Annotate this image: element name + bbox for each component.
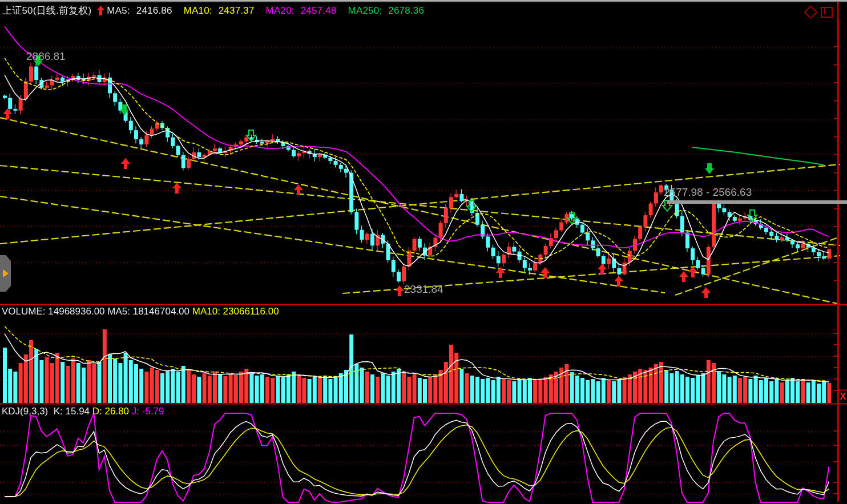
instrument-title[interactable]: 上证50(日线.前复权) (2, 5, 91, 16)
chart-canvas[interactable] (0, 0, 847, 504)
kdj-params-label[interactable]: KDJ(9,3,3) (2, 406, 48, 417)
ma250-readout: MA250: 2678.36 (348, 5, 428, 16)
diamond-marker-icon[interactable] (804, 5, 817, 19)
expand-right-icon (3, 269, 9, 277)
gap-range-label: 2577.98 - 2566.63 (664, 186, 752, 199)
kdj-d-readout: D: 26.80 (92, 406, 132, 417)
period-high-label: 2886.81 (26, 50, 66, 63)
stock-chart-window: 上证50(日线.前复权)MA5: 2416.86MA10: 2437.37MA2… (0, 0, 847, 504)
indicator-close-button[interactable]: X (839, 392, 847, 402)
main-chart-header: 上证50(日线.前复权)MA5: 2416.86MA10: 2437.37MA2… (2, 4, 435, 17)
volume-ma10-readout: MA10: 23066116.00 (192, 306, 279, 317)
ma10-readout: MA10: 2437.37 (184, 5, 258, 16)
ma20-readout: MA20: 2457.48 (266, 5, 340, 16)
toolbar-divider (838, 5, 839, 19)
kdj-header: KDJ(9,3,3) K: 15.94 D: 26.80 J: -5.79 (2, 406, 164, 417)
kdj-k-readout: K: 15.94 (54, 406, 92, 417)
ma5-readout: MA5: 2416.86 (107, 5, 175, 16)
title-toolbar (806, 5, 839, 19)
sidebar-expand-tab[interactable] (0, 255, 11, 292)
volume-readout: VOLUME: 14968936.00 (2, 306, 107, 317)
volume-ma5-readout: MA5: 18146704.00 (107, 306, 192, 317)
red-up-arrow-icon (97, 6, 104, 15)
kdj-j-readout: J: -5.79 (132, 406, 164, 417)
split-window-icon[interactable] (821, 7, 833, 18)
price-range-bar (667, 200, 847, 204)
volume-header: VOLUME: 14968936.00 MA5: 18146704.00 MA1… (2, 306, 279, 317)
window-top-border (0, 0, 847, 2)
period-low-label: 2331.84 (404, 283, 443, 296)
